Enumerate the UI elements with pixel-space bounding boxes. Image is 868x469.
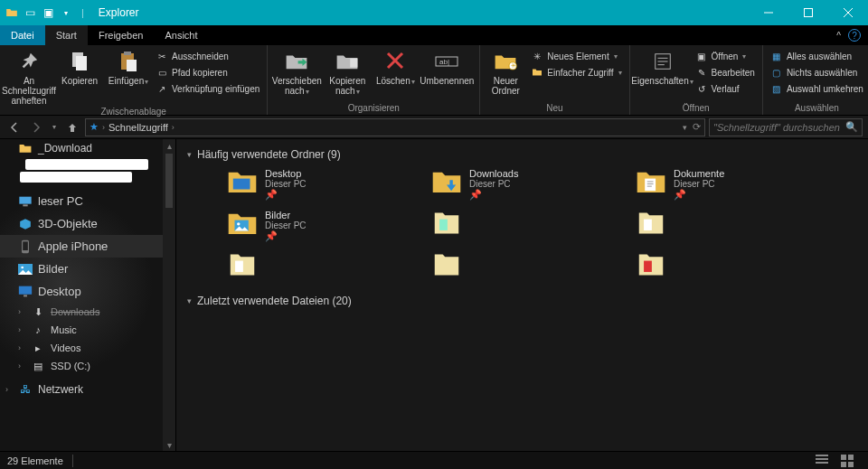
copy-button[interactable]: Kopieren <box>56 47 103 86</box>
collapse-icon[interactable]: ▾ <box>187 296 192 305</box>
section-frequent-header[interactable]: ▾ Häufig verwendete Ordner (9) <box>187 148 857 161</box>
sidebar-scrollbar[interactable]: ▴ ▾ <box>163 139 175 451</box>
nav-back-button[interactable] <box>5 118 24 136</box>
address-dropdown-icon[interactable]: ▾ <box>683 123 687 132</box>
paste-icon <box>116 49 141 74</box>
copy-path-button[interactable]: ▭Pfad kopieren <box>154 65 261 80</box>
sidebar-item-iphone[interactable]: Apple iPhone <box>0 235 175 258</box>
item-folder[interactable] <box>431 251 603 278</box>
qat-properties-icon[interactable]: ▭ <box>24 6 36 19</box>
address-bar[interactable]: ★ › Schnellzugriff › ▾ ⟳ <box>85 118 705 136</box>
search-box[interactable]: "Schnellzugriff" durchsuchen 🔍 <box>709 118 863 136</box>
item-downloads[interactable]: DownloadsDieser PC📌 <box>431 168 603 201</box>
rename-button[interactable]: ab| Umbenennen <box>420 47 474 86</box>
ribbon: An Schnellzugriff anheften Kopieren Einf… <box>0 45 868 116</box>
sidebar-item-download[interactable]: _Download <box>0 139 175 157</box>
expand-icon[interactable]: › <box>18 343 21 352</box>
item-desktop[interactable]: DesktopDieser PC📌 <box>227 168 399 201</box>
sidebar-item-downloads[interactable]: ›⬇Downloads <box>0 303 175 321</box>
delete-button[interactable]: Löschen▾ <box>374 47 416 87</box>
item-folder[interactable] <box>636 251 807 278</box>
history-button[interactable]: ↺Verlauf <box>693 81 757 96</box>
maximize-button[interactable] <box>788 0 828 25</box>
expand-icon[interactable]: › <box>18 361 21 371</box>
move-to-button[interactable]: Verschieben nach▾ <box>273 47 320 97</box>
collapse-icon[interactable]: ▾ <box>187 150 192 159</box>
select-none-button[interactable]: ▢Nichts auswählen <box>769 65 865 80</box>
tab-view[interactable]: Ansicht <box>154 25 208 45</box>
qat-dropdown-icon[interactable]: ▾ <box>60 6 72 19</box>
paste-shortcut-button[interactable]: ↗Verknüpfung einfügen <box>154 81 261 96</box>
edit-button[interactable]: ✎Bearbeiten <box>693 65 757 80</box>
sidebar-item-videos[interactable]: ›▸Videos <box>0 339 175 357</box>
new-folder-button[interactable]: ✳ Neuer Ordner <box>486 47 525 96</box>
easy-access-button[interactable]: Einfacher Zugriff▾ <box>529 65 623 80</box>
new-item-button[interactable]: ✳Neues Element▾ <box>529 49 623 63</box>
sidebar-item-ssd[interactable]: ›▤SSD (C:) <box>0 357 175 375</box>
svg-rect-27 <box>644 261 652 272</box>
item-pictures[interactable]: BilderDieser PC📌 <box>227 210 399 242</box>
view-largeicons-button[interactable] <box>841 455 861 467</box>
expand-icon[interactable]: › <box>5 385 8 394</box>
item-folder[interactable] <box>636 210 807 242</box>
new-folder-icon: ✳ <box>493 49 518 74</box>
nav-forward-button[interactable] <box>27 118 45 136</box>
properties-button[interactable]: Eigenschaften▾ <box>636 47 690 87</box>
item-documents[interactable]: DokumenteDieser PC📌 <box>636 168 807 201</box>
phone-icon <box>18 240 33 253</box>
ribbon-group-select-label: Auswählen <box>769 102 865 113</box>
svg-rect-0 <box>805 9 813 17</box>
breadcrumb-root[interactable]: Schnellzugriff <box>108 122 168 133</box>
minimize-button[interactable] <box>749 0 788 25</box>
pin-icon: 📌 <box>265 230 307 242</box>
expand-icon[interactable]: › <box>18 307 21 316</box>
folder-icon <box>636 210 666 237</box>
svg-rect-28 <box>841 455 846 460</box>
quickaccess-star-icon: ★ <box>90 121 99 133</box>
folder-icon <box>431 210 462 237</box>
pin-icon: 📌 <box>469 189 518 201</box>
refresh-icon[interactable]: ⟳ <box>693 121 701 133</box>
sidebar-item-music[interactable]: ›♪Music <box>0 321 175 339</box>
close-button[interactable] <box>828 0 868 25</box>
sidebar-item-network[interactable]: ›🖧Netzwerk <box>0 380 175 399</box>
svg-rect-5 <box>127 60 137 71</box>
address-bar-row: ▾ ★ › Schnellzugriff › ▾ ⟳ "Schnellzugri… <box>0 116 868 139</box>
expand-icon[interactable]: › <box>18 325 21 334</box>
view-details-button[interactable] <box>816 455 835 467</box>
pin-quickaccess-button[interactable]: An Schnellzugriff anheften <box>5 47 52 106</box>
nav-up-button[interactable] <box>63 118 81 136</box>
select-all-button[interactable]: ▦Alles auswählen <box>769 49 865 63</box>
copy-to-button[interactable]: Kopieren nach▾ <box>324 47 371 97</box>
item-folder[interactable] <box>431 210 603 242</box>
sidebar-item-desktop[interactable]: Desktop <box>0 280 175 303</box>
search-icon[interactable]: 🔍 <box>845 121 858 133</box>
sidebar-item-thispc[interactable]: leser PC <box>0 190 175 212</box>
invert-selection-button[interactable]: ▨Auswahl umkehren <box>769 81 865 96</box>
ribbon-collapse-icon[interactable]: ^ <box>836 31 841 41</box>
tab-file[interactable]: Datei <box>0 25 45 45</box>
nav-recent-dropdown[interactable]: ▾ <box>49 118 60 136</box>
paste-button[interactable]: Einfügen▾ <box>107 47 150 87</box>
app-icon <box>5 6 18 19</box>
tab-start[interactable]: Start <box>45 25 88 45</box>
open-button[interactable]: ▣Öffnen▾ <box>693 49 757 63</box>
tab-share[interactable]: Freigeben <box>88 25 155 45</box>
status-bar: 29 Elemente <box>0 451 868 469</box>
svg-rect-30 <box>841 462 846 467</box>
sidebar-item-3dobjects[interactable]: 3D-Objekte <box>0 212 175 235</box>
help-icon[interactable]: ? <box>848 29 861 42</box>
folder-icon <box>431 251 462 278</box>
scroll-down-icon[interactable]: ▾ <box>163 438 175 451</box>
copy-icon <box>67 49 92 74</box>
cut-button[interactable]: ✂Ausschneiden <box>154 49 261 63</box>
item-folder[interactable] <box>227 251 399 278</box>
sidebar-item-pictures[interactable]: Bilder <box>0 258 175 280</box>
pin-icon: 📌 <box>265 189 307 201</box>
qat-newfolder-icon[interactable]: ▣ <box>42 6 54 19</box>
scroll-up-icon[interactable]: ▴ <box>163 139 175 152</box>
scroll-thumb[interactable] <box>165 154 173 208</box>
svg-rect-24 <box>439 220 448 230</box>
ribbon-group-open: Eigenschaften▾ ▣Öffnen▾ ✎Bearbeiten ↺Ver… <box>630 45 763 115</box>
section-recent-header[interactable]: ▾ Zuletzt verwendete Dateien (20) <box>187 295 857 307</box>
